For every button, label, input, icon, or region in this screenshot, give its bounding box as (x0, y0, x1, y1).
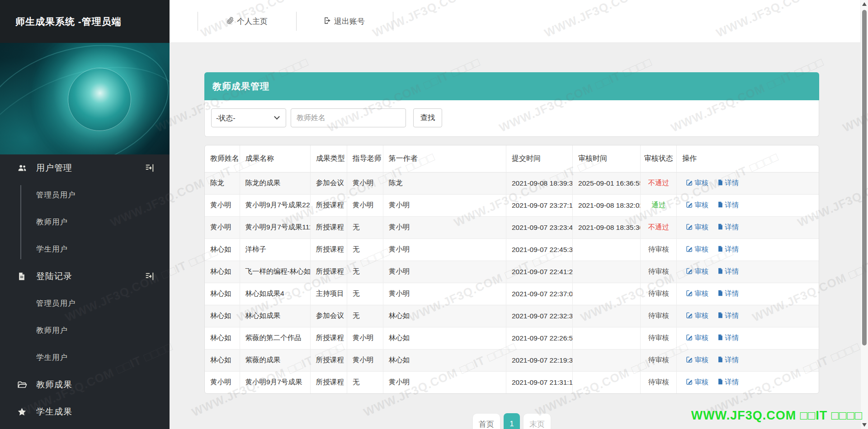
file-icon (717, 223, 724, 232)
sidebar-item-login-records[interactable]: 登陆记录 (0, 263, 170, 290)
star-icon (17, 407, 27, 417)
sidebar-subitem-admin-logins[interactable]: 管理员用户 (0, 290, 170, 317)
nav-item-personal-home[interactable]: 个人主页 (226, 0, 268, 43)
submit-time-cell: 2021-09-07 22:41:29 (506, 261, 572, 283)
col-actions: 操作 (677, 145, 819, 172)
submit-time-cell: 2021-09-07 21:31:19 (506, 371, 572, 393)
detail-link[interactable]: 详情 (717, 333, 739, 343)
first-author-cell: 黄小明 (383, 216, 506, 238)
file-icon (717, 245, 724, 254)
sidebar-subitem-label: 管理员用户 (36, 190, 76, 200)
review-link[interactable]: 审核 (686, 378, 708, 387)
status-cell: 不通过 (641, 172, 677, 194)
scroll-up-arrow-icon[interactable] (862, 2, 867, 6)
nav-item-logout[interactable]: 退出账号 (323, 0, 365, 43)
teacher-name-input[interactable] (291, 108, 406, 127)
sidebar-item-user-management[interactable]: 用户管理 (0, 154, 170, 182)
review-link-label: 审核 (694, 333, 708, 343)
achievement-name-cell: 林心如成果 (240, 305, 310, 327)
outdent-icon[interactable] (145, 163, 155, 173)
review-time-cell: 2025-09-01 16:36:55 (573, 172, 641, 194)
detail-link[interactable]: 详情 (717, 201, 739, 210)
top-navbar: 个人主页 退出账号 (170, 0, 868, 43)
sidebar-item-student-achievements[interactable]: 学生成果 (0, 398, 170, 425)
pencil-square-icon (686, 179, 693, 188)
page-title: 教师成果管理 (212, 80, 269, 93)
status-cell: 待审核 (641, 305, 677, 327)
detail-link[interactable]: 详情 (717, 355, 739, 365)
detail-link-label: 详情 (725, 267, 739, 276)
table-row: 林心如 洋柿子 所授课程 无 黄小明 2021-09-07 22:45:31 待… (205, 238, 819, 261)
first-author-cell: 陈龙 (383, 172, 506, 194)
nav-divider (198, 12, 198, 31)
sidebar-subitem-teacher-users[interactable]: 教师用户 (0, 209, 170, 236)
detail-link[interactable]: 详情 (717, 311, 739, 321)
detail-link[interactable]: 详情 (717, 245, 739, 254)
outdent-icon[interactable] (145, 271, 155, 281)
review-link[interactable]: 审核 (686, 267, 708, 276)
achievement-name-cell: 洋柿子 (240, 238, 310, 261)
achievement-name-cell: 紫薇的第二个作品 (240, 327, 310, 349)
col-submit-time: 提交时间 (506, 145, 572, 172)
detail-link-label: 详情 (725, 201, 739, 210)
table-row: 黄小明 黄小明9月7号成果222 所授课程 黄小明 黄小明 2021-09-07… (205, 194, 819, 216)
detail-link[interactable]: 详情 (717, 378, 739, 387)
status-cell: 待审核 (641, 283, 677, 305)
review-link[interactable]: 审核 (686, 355, 708, 365)
advisor-cell: 无 (347, 238, 383, 261)
advisor-cell: 无 (347, 283, 383, 305)
detail-link[interactable]: 详情 (717, 289, 739, 298)
pagination-current-page[interactable]: 1 (504, 413, 520, 429)
filter-bar: -状态- 查找 (204, 100, 819, 137)
main-content: 教师成果管理 -状态- 查找 教师姓名 成果名称 成果类型 指导老师 第一作者 … (170, 43, 868, 429)
table-row: 林心如 紫薇的成果 所授课程 黄小明 林心如 2021-09-07 22:19:… (205, 349, 819, 371)
sidebar-item-label: 学生成果 (36, 406, 72, 418)
status-select[interactable]: -状态- (211, 108, 286, 127)
submit-time-cell: 2021-09-07 22:45:31 (506, 238, 572, 261)
achievement-name-cell: 黄小明9月7号成果222 (240, 194, 310, 216)
sidebar-subitem-teacher-logins[interactable]: 教师用户 (0, 317, 170, 344)
review-link[interactable]: 审核 (686, 333, 708, 343)
file-icon (717, 179, 724, 188)
review-link-label: 审核 (694, 267, 708, 276)
review-link[interactable]: 审核 (686, 201, 708, 210)
panel-header: 教师成果管理 (204, 72, 819, 100)
detail-link[interactable]: 详情 (717, 178, 739, 188)
search-button[interactable]: 查找 (413, 108, 442, 127)
actions-cell: 审核 详情 (677, 216, 819, 238)
achievement-type-cell: 所授课程 (310, 194, 347, 216)
teacher-name-cell: 陈龙 (205, 172, 240, 194)
detail-link-label: 详情 (725, 245, 739, 254)
actions-cell: 审核 详情 (677, 283, 819, 305)
scrollbar-thumb[interactable] (862, 10, 867, 345)
achievement-type-cell: 主持项目 (310, 283, 347, 305)
sidebar-subitem-admin-users[interactable]: 管理员用户 (0, 182, 170, 209)
pagination-last-button[interactable]: 末页 (523, 413, 551, 429)
paperclip-icon (226, 16, 235, 27)
review-link[interactable]: 审核 (686, 223, 708, 232)
table-row: 陈龙 陈龙的成果 参加会议 黄小明 陈龙 2021-09-08 18:39:37… (205, 172, 819, 194)
detail-link[interactable]: 详情 (717, 223, 739, 232)
sidebar-subitem-student-users[interactable]: 学生用户 (0, 236, 170, 263)
first-author-cell: 黄小明 (383, 194, 506, 216)
review-link[interactable]: 审核 (686, 311, 708, 321)
review-link[interactable]: 审核 (686, 178, 708, 188)
sidebar-subitem-label: 学生用户 (36, 353, 68, 363)
actions-cell: 审核 详情 (677, 194, 819, 216)
detail-link-label: 详情 (725, 178, 739, 188)
sidebar-item-teacher-achievements[interactable]: 教师成果 (0, 371, 170, 398)
review-time-cell (573, 349, 641, 371)
sidebar-subitem-student-logins[interactable]: 学生用户 (0, 344, 170, 371)
teacher-name-cell: 黄小明 (205, 194, 240, 216)
review-time-cell (573, 305, 641, 327)
review-link[interactable]: 审核 (686, 245, 708, 254)
review-link[interactable]: 审核 (686, 289, 708, 298)
users-icon (17, 163, 27, 173)
achievement-type-cell: 所授课程 (310, 349, 347, 371)
first-author-cell: 林心如 (383, 349, 506, 371)
pagination-first-button[interactable]: 首页 (472, 413, 500, 429)
table-row: 林心如 紫薇的第二个作品 所授课程 黄小明 林心如 2021-09-07 22:… (205, 327, 819, 349)
achievement-type-cell: 所授课程 (310, 216, 347, 238)
scroll-down-arrow-icon[interactable] (862, 423, 867, 427)
detail-link[interactable]: 详情 (717, 267, 739, 276)
